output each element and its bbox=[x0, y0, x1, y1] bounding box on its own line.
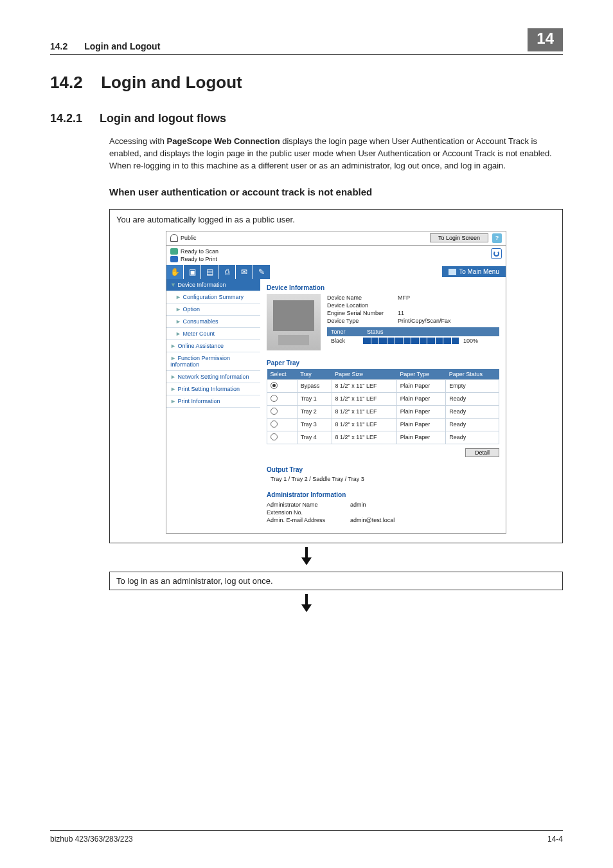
shot-main: Device Information Device NameMFPDevice … bbox=[260, 279, 506, 533]
tree-marker-icon: ▼ bbox=[170, 282, 176, 288]
to-main-menu-button[interactable]: To Main Menu bbox=[442, 266, 506, 277]
flow-step-2-text: To log in as an administrator, log out o… bbox=[116, 576, 273, 586]
tree-marker-icon: ► bbox=[175, 318, 181, 325]
sidebar-item[interactable]: ► Print Information bbox=[166, 395, 260, 408]
tab-box-icon[interactable]: ▤ bbox=[201, 265, 218, 279]
shot-sidebar: ▼ Device Information► Configuration Summ… bbox=[166, 279, 260, 533]
table-row: Tray 28 1/2" x 11" LEFPlain PaperReady bbox=[267, 405, 499, 418]
table-row: Tray 48 1/2" x 11" LEFPlain PaperReady bbox=[267, 431, 499, 444]
scanner-status-text: Ready to Scan bbox=[181, 248, 218, 255]
tree-marker-icon: ► bbox=[175, 330, 181, 337]
output-tray-line: Tray 1 / Tray 2 / Saddle Tray / Tray 3 bbox=[267, 476, 499, 482]
flow-step-1-text: You are automatically logged in as a pub… bbox=[116, 215, 556, 224]
subsection-heading: 14.2.1 Login and logout flows bbox=[50, 112, 563, 125]
admin-info-row: Admin. E-mail Addressadmin@test.local bbox=[267, 516, 499, 524]
paper-detail-button[interactable]: Detail bbox=[465, 448, 499, 457]
running-header: 14.2 Login and Logout 14 bbox=[50, 28, 563, 55]
tab-customize-icon[interactable]: ✎ bbox=[253, 265, 270, 279]
table-header: Paper Size bbox=[332, 369, 396, 380]
tab-job-icon[interactable]: ▣ bbox=[184, 265, 200, 279]
shot-title-bar: Public To Login Screen ? bbox=[166, 231, 506, 246]
sidebar-item[interactable]: ► Consumables bbox=[166, 316, 260, 328]
admin-info-row: Extension No. bbox=[267, 509, 499, 516]
table-row: Tray 38 1/2" x 11" LEFPlain PaperReady bbox=[267, 418, 499, 431]
refresh-icon[interactable] bbox=[491, 248, 502, 259]
sidebar-item[interactable]: ► Print Setting Information bbox=[166, 383, 260, 395]
section-heading: 14.2 Login and Logout bbox=[50, 73, 563, 93]
section-title: Login and Logout bbox=[101, 73, 242, 92]
printer-status-text: Ready to Print bbox=[181, 256, 217, 262]
printer-status-icon bbox=[170, 256, 178, 262]
intro-paragraph: Accessing with PageScope Web Connection … bbox=[109, 136, 563, 172]
sidebar-item[interactable]: ► Option bbox=[166, 303, 260, 316]
table-header: Paper Status bbox=[446, 369, 499, 380]
tree-marker-icon: ► bbox=[170, 355, 176, 361]
user-icon bbox=[170, 234, 178, 242]
toner-row: Black100% bbox=[327, 336, 499, 345]
tree-marker-icon: ► bbox=[170, 398, 176, 404]
table-header: Paper Type bbox=[396, 369, 446, 380]
sidebar-item[interactable]: ► Function Permission Information bbox=[166, 352, 260, 371]
footer-model: bizhub 423/363/283/223 bbox=[50, 835, 133, 844]
table-row: Tray 18 1/2" x 11" LEFPlain PaperReady bbox=[267, 392, 499, 405]
page-footer: bizhub 423/363/283/223 14-4 bbox=[50, 830, 563, 844]
tray-select-radio[interactable] bbox=[271, 382, 278, 389]
sidebar-item[interactable]: ► Configuration Summary bbox=[166, 291, 260, 303]
to-login-screen-button[interactable]: To Login Screen bbox=[430, 233, 488, 242]
device-info-row: Engine Serial Number11 bbox=[327, 309, 499, 317]
section-number: 14.2 bbox=[50, 73, 96, 93]
tray-select-radio[interactable] bbox=[271, 433, 278, 440]
flow-step-2: To log in as an administrator, log out o… bbox=[109, 572, 563, 590]
tab-store-icon[interactable]: ✉ bbox=[236, 265, 253, 279]
device-image bbox=[267, 294, 321, 350]
tree-marker-icon: ► bbox=[170, 386, 176, 392]
admin-info-heading: Administrator Information bbox=[267, 491, 499, 498]
web-connection-screenshot: Public To Login Screen ? Ready to Scan R… bbox=[166, 231, 506, 534]
flow-arrow-2 bbox=[50, 594, 563, 615]
toner-header: TonerStatus bbox=[327, 327, 499, 336]
device-info-row: Device TypePrint/Copy/Scan/Fax bbox=[327, 317, 499, 325]
header-section-title: Login and Logout bbox=[84, 41, 160, 51]
paper-tray-table: SelectTrayPaper SizePaper TypePaper Stat… bbox=[267, 369, 499, 444]
flow-arrow-1 bbox=[50, 547, 563, 568]
tray-select-radio[interactable] bbox=[271, 420, 278, 428]
tray-select-radio[interactable] bbox=[271, 395, 278, 402]
tree-marker-icon: ► bbox=[175, 294, 181, 300]
tab-print-icon[interactable]: ⎙ bbox=[218, 265, 235, 279]
tree-marker-icon: ► bbox=[170, 343, 176, 349]
header-section-number: 14.2 bbox=[50, 41, 67, 51]
tree-marker-icon: ► bbox=[170, 374, 176, 380]
subsection-title: Login and logout flows bbox=[100, 112, 226, 125]
help-icon[interactable]: ? bbox=[492, 233, 502, 243]
admin-info-row: Administrator Nameadmin bbox=[267, 501, 499, 509]
table-row: Bypass8 1/2" x 11" LEFPlain PaperEmpty bbox=[267, 379, 499, 392]
subsection-number: 14.2.1 bbox=[50, 112, 96, 125]
tray-select-radio[interactable] bbox=[271, 408, 278, 415]
scenario-heading: When user authentication or account trac… bbox=[109, 186, 563, 197]
sidebar-item[interactable]: ▼ Device Information bbox=[166, 279, 260, 291]
table-header: Tray bbox=[297, 369, 332, 380]
tree-marker-icon: ► bbox=[175, 306, 181, 312]
output-tray-heading: Output Tray bbox=[267, 466, 499, 473]
device-info-row: Device NameMFP bbox=[327, 294, 499, 302]
scanner-status-icon bbox=[170, 248, 178, 255]
footer-page: 14-4 bbox=[547, 835, 563, 844]
device-info-row: Device Location bbox=[327, 302, 499, 309]
shot-status-bar: Ready to Scan Ready to Print bbox=[166, 246, 506, 265]
chapter-badge: 14 bbox=[528, 28, 563, 51]
shot-tab-row: ✋ ▣ ▤ ⎙ ✉ ✎ To Main Menu bbox=[166, 265, 506, 279]
sidebar-item[interactable]: ► Online Assistance bbox=[166, 340, 260, 352]
table-header: Select bbox=[267, 369, 298, 380]
tab-information-icon[interactable]: ✋ bbox=[166, 265, 183, 279]
paper-tray-heading: Paper Tray bbox=[267, 359, 499, 366]
sidebar-item[interactable]: ► Network Setting Information bbox=[166, 371, 260, 383]
flow-step-1: You are automatically logged in as a pub… bbox=[109, 209, 563, 543]
device-info-heading: Device Information bbox=[267, 284, 499, 291]
main-menu-icon bbox=[449, 269, 456, 275]
toner-level-bar bbox=[363, 338, 459, 344]
current-user: Public bbox=[181, 235, 197, 241]
sidebar-item[interactable]: ► Meter Count bbox=[166, 328, 260, 340]
